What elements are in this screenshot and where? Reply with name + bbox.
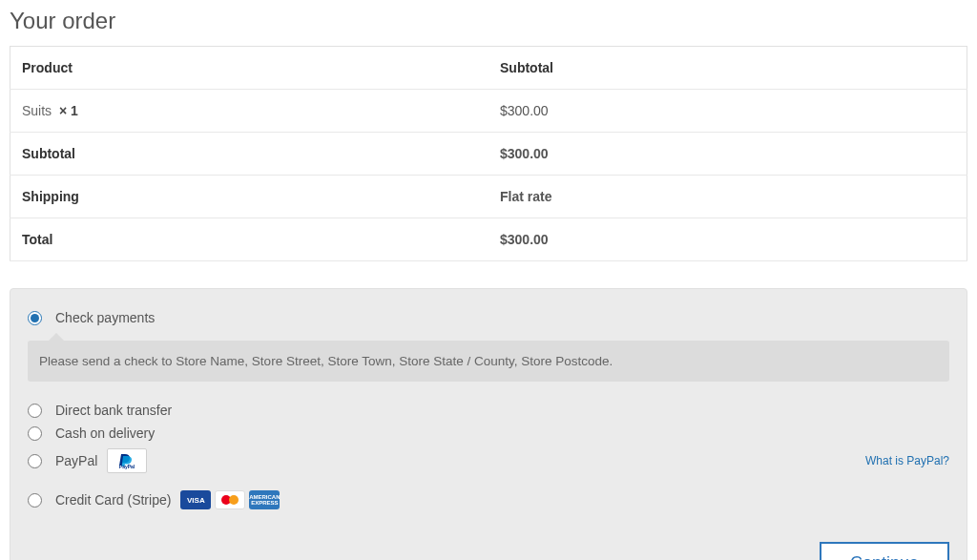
subtotal-value: $300.00 — [488, 133, 967, 176]
svg-text:PayPal: PayPal — [119, 464, 135, 469]
table-row: Shipping Flat rate — [10, 176, 967, 218]
radio-credit-card-stripe[interactable] — [28, 493, 42, 508]
label-credit-card-stripe[interactable]: Credit Card (Stripe) VISA AMERICAN EXPRE… — [55, 490, 280, 509]
mastercard-icon — [215, 490, 245, 509]
radio-check-payments[interactable] — [28, 311, 42, 325]
radio-bank-transfer[interactable] — [28, 404, 42, 418]
payment-option-stripe[interactable]: Credit Card (Stripe) VISA AMERICAN EXPRE… — [28, 487, 949, 513]
paypal-logo-icon: PayPal — [107, 448, 147, 473]
table-row: Subtotal $300.00 — [10, 133, 967, 176]
label-check-payments[interactable]: Check payments — [55, 310, 155, 325]
col-subtotal: Subtotal — [488, 47, 967, 90]
total-label: Total — [10, 218, 489, 261]
label-paypal[interactable]: PayPal PayPal — [55, 448, 147, 473]
page-title: Your order — [10, 8, 967, 34]
product-qty: × 1 — [59, 103, 78, 118]
payment-option-cod[interactable]: Cash on delivery — [28, 422, 949, 445]
total-value: $300.00 — [488, 218, 967, 261]
stripe-text: Credit Card (Stripe) — [55, 492, 171, 508]
payment-option-check[interactable]: Check payments — [28, 306, 949, 329]
paypal-text: PayPal — [55, 453, 97, 468]
subtotal-label: Subtotal — [10, 133, 489, 176]
product-name: Suits — [22, 103, 52, 118]
col-product: Product — [10, 47, 489, 90]
amex-icon: AMERICAN EXPRESS — [249, 490, 280, 509]
payment-methods-panel: Check payments Please send a check to St… — [10, 288, 967, 560]
shipping-value: Flat rate — [488, 176, 967, 218]
what-is-paypal-link[interactable]: What is PayPal? — [865, 454, 949, 467]
product-cell: Suits × 1 — [10, 90, 489, 133]
table-row: Total $300.00 — [10, 218, 967, 261]
card-icons-group: VISA AMERICAN EXPRESS — [180, 490, 280, 509]
continue-button[interactable]: Continue — [820, 542, 949, 560]
visa-icon: VISA — [180, 490, 211, 509]
check-payments-description: Please send a check to Store Name, Store… — [28, 341, 949, 382]
table-row: Suits × 1 $300.00 — [10, 90, 967, 133]
product-subtotal: $300.00 — [488, 90, 967, 133]
label-bank-transfer[interactable]: Direct bank transfer — [55, 403, 172, 418]
payment-option-bank[interactable]: Direct bank transfer — [28, 399, 949, 422]
shipping-label: Shipping — [10, 176, 489, 218]
radio-paypal[interactable] — [28, 454, 42, 468]
payment-option-paypal[interactable]: PayPal PayPal — [28, 445, 147, 477]
radio-cash-on-delivery[interactable] — [28, 426, 42, 441]
label-cash-on-delivery[interactable]: Cash on delivery — [55, 425, 155, 441]
order-table: Product Subtotal Suits × 1 $300.00 Subto… — [10, 46, 967, 261]
